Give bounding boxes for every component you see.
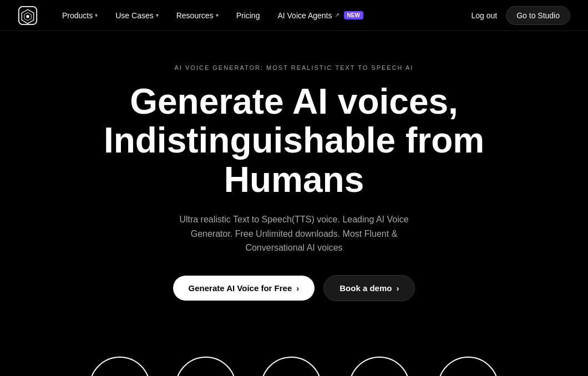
book-demo-button[interactable]: Book a demo › xyxy=(323,275,415,301)
chevron-down-icon: ▾ xyxy=(216,12,219,18)
arrow-right-icon: › xyxy=(296,283,299,293)
nav-use-cases[interactable]: Use Cases ▾ xyxy=(107,0,167,31)
use-case-characters[interactable]: Voice your Characters xyxy=(346,357,413,376)
generate-voice-button[interactable]: Generate AI Voice for Free › xyxy=(173,276,315,301)
chevron-down-icon: ▾ xyxy=(156,12,159,18)
navbar: Products ▾ Use Cases ▾ Resources ▾ Prici… xyxy=(0,0,588,31)
nav-products[interactable]: Products ▾ xyxy=(53,0,107,31)
play-button-characters[interactable] xyxy=(349,357,410,376)
nav-items: Products ▾ Use Cases ▾ Resources ▾ Prici… xyxy=(53,0,372,31)
hero-subtitle: Ultra realistic Text to Speech(TTS) voic… xyxy=(161,212,427,255)
arrow-right-icon: › xyxy=(396,283,399,293)
nav-right: Log out Go to Studio xyxy=(471,6,570,25)
svg-point-3 xyxy=(26,15,29,18)
nav-ai-voice-agents[interactable]: AI Voice Agents ↗ NEW xyxy=(268,0,372,31)
use-case-conversational-ai[interactable]: Voice Your Conversational AI xyxy=(87,357,153,376)
play-button-stories[interactable] xyxy=(261,357,322,376)
go-to-studio-button[interactable]: Go to Studio xyxy=(506,6,570,25)
use-case-custom-voices[interactable]: Create Custom AI Voices xyxy=(435,357,501,376)
use-cases-section: Voice Your Conversational AI Voice Your … xyxy=(0,357,588,376)
hero-buttons: Generate AI Voice for Free › Book a demo… xyxy=(173,275,415,301)
new-badge: NEW xyxy=(344,11,363,19)
hero-title: Generate AI voices, Indistinguishable fr… xyxy=(100,82,488,199)
dot-button-custom[interactable] xyxy=(438,357,499,376)
use-case-videos[interactable]: Voice Your videos xyxy=(175,357,236,376)
logout-button[interactable]: Log out xyxy=(471,11,497,20)
logo[interactable] xyxy=(18,6,38,26)
external-link-icon: ↗ xyxy=(334,12,339,19)
play-button-conversational[interactable] xyxy=(89,357,150,376)
use-case-stories[interactable]: Narrate Your Stories xyxy=(258,357,323,376)
nav-resources[interactable]: Resources ▾ xyxy=(168,0,227,31)
hero-section: AI VOICE GENERATOR: MOST REALISTIC TEXT … xyxy=(0,31,588,357)
chevron-down-icon: ▾ xyxy=(95,12,98,18)
nav-left: Products ▾ Use Cases ▾ Resources ▾ Prici… xyxy=(18,0,372,31)
nav-pricing[interactable]: Pricing xyxy=(227,0,269,31)
play-button-videos[interactable] xyxy=(175,357,236,376)
hero-eyebrow: AI VOICE GENERATOR: MOST REALISTIC TEXT … xyxy=(175,64,414,71)
